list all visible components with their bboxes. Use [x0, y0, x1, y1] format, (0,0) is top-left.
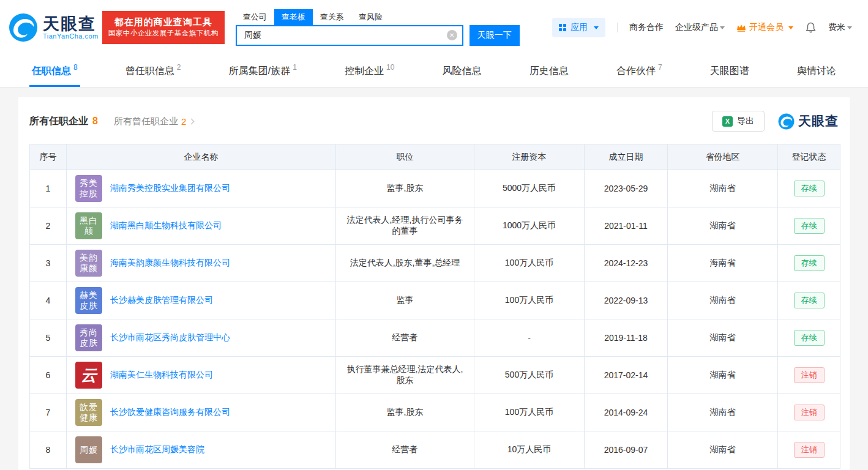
brand-watermark: 天眼查 — [778, 113, 839, 130]
position-cell: 经营者 — [336, 431, 474, 469]
page-tab[interactable]: 所属集团/族群1 — [226, 55, 299, 87]
business-coop-link[interactable]: 商务合作 — [629, 22, 664, 33]
company-link[interactable]: 长沙市雨花区秀尚皮肤管理中心 — [110, 332, 230, 343]
company-link[interactable]: 湖南黑白颠生物科技有限公司 — [110, 220, 222, 231]
table-row: 8周媛长沙市雨花区周媛美容院经营者10万人民币2016-09-07湖南省注销 — [30, 431, 840, 469]
clear-icon[interactable]: ✕ — [447, 30, 457, 40]
page-tab-count: 10 — [386, 63, 394, 72]
page-tab[interactable]: 控制企业10 — [342, 55, 397, 87]
enterprise-product-label: 企业级产品 — [675, 22, 718, 33]
tianyancha-logo[interactable]: 天眼查 TianYanCha.com — [9, 13, 99, 42]
positions-card: 所有任职企业 8 所有曾任职企业 2 X 导出 天眼查 序号企业名称职位注册资本… — [18, 97, 850, 470]
company-logo: 周媛 — [75, 436, 102, 463]
page-tab[interactable]: 曾任职信息2 — [123, 55, 184, 87]
table-row: 6云湖南美仁生物科技有限公司执行董事兼总经理,法定代表人,股东500万人民币20… — [30, 357, 840, 394]
index-cell: 7 — [30, 394, 67, 431]
page-tab[interactable]: 历史信息 — [527, 55, 571, 87]
company-logo: 云 — [75, 362, 102, 389]
status-badge: 存续 — [794, 181, 825, 196]
former-label: 所有曾任职企业 — [114, 116, 178, 127]
page-tab[interactable]: 任职信息8 — [29, 55, 80, 87]
vip-upgrade-button[interactable]: 开通会员 — [736, 22, 793, 33]
status-cell: 存续 — [778, 319, 840, 357]
status-badge: 存续 — [794, 255, 825, 271]
status-cell: 存续 — [778, 245, 840, 282]
index-cell: 8 — [30, 431, 67, 469]
company-logo: 黑白颠 — [75, 212, 102, 239]
company-link[interactable]: 海南美韵康颜生物科技有限公司 — [110, 258, 230, 269]
page-tab[interactable]: 舆情讨论 — [795, 55, 839, 87]
promo-line2: 国家中小企业发展子基金旗下机构 — [108, 28, 219, 39]
section-header: 所有任职企业 8 所有曾任职企业 2 X 导出 天眼查 — [29, 111, 839, 132]
company-link[interactable]: 长沙歆爱健康咨询服务有限公司 — [110, 407, 230, 418]
search-tab[interactable]: 查公司 — [236, 9, 274, 25]
region-cell: 湖南省 — [668, 394, 778, 431]
section-count: 8 — [92, 116, 98, 127]
company-logo: 秀美控股 — [75, 175, 102, 202]
page-tab-label: 所属集团/族群 — [229, 65, 290, 78]
company-link[interactable]: 湖南秀美控股实业集团有限公司 — [110, 183, 230, 194]
established-date-cell: 2017-02-14 — [585, 357, 668, 394]
established-date-cell: 2022-09-13 — [585, 282, 668, 319]
company-cell: 赫美皮肤长沙赫美皮肤管理有限公司 — [67, 282, 336, 319]
search-tab[interactable]: 查关系 — [313, 9, 351, 25]
apps-menu-button[interactable]: 应用 — [552, 18, 605, 37]
search-tab[interactable]: 查老板 — [274, 9, 313, 25]
former-positions-link[interactable]: 所有曾任职企业 2 — [114, 116, 193, 127]
status-badge: 存续 — [794, 330, 825, 346]
positions-table-body: 1秀美控股湖南秀美控股实业集团有限公司监事,股东5000万人民币2023-05-… — [30, 170, 840, 469]
page-tab[interactable]: 合作伙伴7 — [614, 55, 665, 87]
status-badge: 存续 — [794, 218, 825, 234]
position-cell: 监事 — [336, 282, 474, 319]
chevron-down-icon — [847, 26, 852, 29]
capital-cell: 5000万人民币 — [474, 170, 585, 207]
region-cell: 湖南省 — [668, 431, 778, 469]
search-button[interactable]: 天眼一下 — [470, 25, 520, 46]
apps-grid-icon — [559, 24, 566, 31]
status-cell: 存续 — [778, 170, 840, 207]
index-cell: 2 — [30, 207, 67, 245]
index-cell: 1 — [30, 170, 67, 207]
notifications-bell-icon[interactable] — [805, 22, 817, 34]
region-cell: 湖南省 — [668, 282, 778, 319]
established-date-cell: 2023-05-29 — [585, 170, 668, 207]
company-link[interactable]: 长沙赫美皮肤管理有限公司 — [110, 295, 213, 306]
capital-cell: 100万人民币 — [474, 282, 585, 319]
search-tabs: 查公司查老板查关系查风险 — [236, 10, 520, 25]
chevron-right-icon — [189, 118, 195, 124]
position-cell: 法定代表人,股东,董事,总经理 — [336, 245, 474, 282]
capital-cell: 500万人民币 — [474, 357, 585, 394]
page-tab-count: 1 — [293, 63, 297, 72]
top-header: 天眼查 TianYanCha.com 都在用的商业查询工具 国家中小企业发展子基… — [0, 0, 868, 55]
logo-name: 天眼查 — [43, 15, 99, 32]
content-area: 所有任职企业 8 所有曾任职企业 2 X 导出 天眼查 序号企业名称职位注册资本… — [0, 88, 868, 470]
index-cell: 5 — [30, 319, 67, 357]
status-badge: 存续 — [794, 293, 825, 308]
page-tab[interactable]: 风险信息 — [440, 55, 484, 87]
search-input[interactable] — [244, 31, 447, 40]
enterprise-product-menu[interactable]: 企业级产品 — [675, 22, 725, 33]
chevron-down-icon — [788, 26, 793, 29]
company-logo: 赫美皮肤 — [75, 287, 102, 314]
capital-cell: 1000万人民币 — [474, 207, 585, 245]
positions-table: 序号企业名称职位注册资本成立日期省份地区登记状态 1秀美控股湖南秀美控股实业集团… — [29, 144, 840, 469]
company-cell: 秀美控股湖南秀美控股实业集团有限公司 — [67, 170, 336, 207]
tianyancha-logo-icon — [778, 113, 795, 130]
index-cell: 3 — [30, 245, 67, 282]
section-title: 所有任职企业 — [29, 115, 88, 128]
established-date-cell: 2024-12-23 — [585, 245, 668, 282]
column-header: 职位 — [336, 144, 474, 170]
company-link[interactable]: 湖南美仁生物科技有限公司 — [110, 370, 213, 381]
column-header: 成立日期 — [585, 144, 668, 170]
search-row: ✕ 天眼一下 — [236, 25, 520, 46]
promo-banner: 都在用的商业查询工具 国家中小企业发展子基金旗下机构 — [102, 11, 225, 44]
search-tab[interactable]: 查风险 — [351, 9, 390, 25]
established-date-cell: 2019-11-18 — [585, 319, 668, 357]
export-button[interactable]: X 导出 — [712, 111, 765, 132]
page-tab[interactable]: 天眼图谱 — [708, 55, 752, 87]
region-cell: 湖南省 — [668, 319, 778, 357]
user-menu[interactable]: 费米 — [828, 22, 852, 33]
company-link[interactable]: 长沙市雨花区周媛美容院 — [110, 444, 204, 455]
capital-cell: 100万人民币 — [474, 245, 585, 282]
status-cell: 存续 — [778, 207, 840, 245]
